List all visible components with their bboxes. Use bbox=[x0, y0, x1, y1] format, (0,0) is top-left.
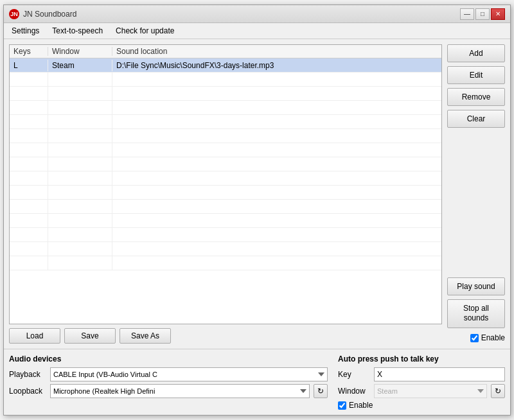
menubar: Settings Text-to-speech Check for update bbox=[4, 23, 510, 39]
edit-button[interactable]: Edit bbox=[447, 66, 505, 84]
close-button[interactable]: ✕ bbox=[491, 8, 505, 20]
maximize-button[interactable]: □ bbox=[475, 8, 490, 20]
empty-row bbox=[10, 101, 441, 115]
clear-button[interactable]: Clear bbox=[447, 110, 505, 128]
playback-row: Playback CABLE Input (VB-Audio Virtual C bbox=[9, 367, 328, 381]
sound-table: Keys Window Sound location L Steam D:\Fi… bbox=[9, 44, 442, 324]
key-label: Key bbox=[338, 370, 370, 379]
empty-row bbox=[10, 256, 441, 270]
table-buttons: Load Save Save As bbox=[9, 328, 442, 344]
key-row: Key bbox=[338, 367, 505, 381]
save-as-button[interactable]: Save As bbox=[120, 328, 171, 344]
empty-row bbox=[10, 157, 441, 171]
header-keys: Keys bbox=[10, 47, 48, 56]
title-bar: JN JN Soundboard — □ ✕ bbox=[4, 5, 510, 23]
key-input[interactable] bbox=[374, 367, 505, 381]
header-window: Window bbox=[48, 47, 112, 56]
empty-row bbox=[10, 214, 441, 228]
table-section: Keys Window Sound location L Steam D:\Fi… bbox=[9, 44, 442, 344]
loopback-refresh-button[interactable]: ↻ bbox=[314, 384, 328, 398]
auto-press-refresh-button[interactable]: ↻ bbox=[491, 384, 505, 398]
empty-row bbox=[10, 242, 441, 256]
loopback-row: Loopback Microphone (Realtek High Defini… bbox=[9, 384, 328, 398]
load-button[interactable]: Load bbox=[9, 328, 60, 344]
side-buttons: Add Edit Remove Clear Play sound Stop al… bbox=[447, 44, 505, 344]
enable-row: Enable bbox=[447, 332, 505, 344]
table-header: Keys Window Sound location bbox=[10, 45, 441, 58]
cell-keys: L bbox=[10, 60, 48, 71]
auto-press-enable-label: Enable bbox=[349, 401, 373, 410]
auto-press-window-select[interactable]: Steam bbox=[374, 384, 487, 398]
title-bar-left: JN JN Soundboard bbox=[9, 9, 76, 19]
window-title: JN Soundboard bbox=[23, 10, 76, 19]
remove-button[interactable]: Remove bbox=[447, 88, 505, 106]
minimize-button[interactable]: — bbox=[460, 8, 474, 20]
empty-row bbox=[10, 171, 441, 186]
cell-window: Steam bbox=[48, 60, 112, 71]
auto-press-title: Auto press push to talk key bbox=[338, 354, 505, 363]
empty-row bbox=[10, 228, 441, 242]
cell-sound-location: D:\File Sync\Music\SoundFX\3-days-later.… bbox=[112, 60, 441, 71]
playback-label: Playback bbox=[9, 370, 46, 379]
menu-text-to-speech[interactable]: Text-to-speech bbox=[47, 24, 108, 37]
main-content: Keys Window Sound location L Steam D:\Fi… bbox=[4, 39, 510, 349]
empty-row bbox=[10, 115, 441, 129]
playback-select[interactable]: CABLE Input (VB-Audio Virtual C bbox=[50, 367, 328, 381]
enable-checkbox[interactable] bbox=[470, 334, 479, 342]
auto-press-enable-checkbox[interactable] bbox=[338, 401, 346, 410]
empty-row bbox=[10, 87, 441, 101]
menu-check-update[interactable]: Check for update bbox=[111, 24, 179, 37]
add-button[interactable]: Add bbox=[447, 44, 505, 62]
empty-row bbox=[10, 73, 441, 87]
main-window: JN JN Soundboard — □ ✕ Settings Text-to-… bbox=[3, 4, 511, 416]
stop-all-sounds-button[interactable]: Stop all sounds bbox=[447, 299, 505, 328]
auto-press-enable-row: Enable bbox=[338, 401, 505, 410]
empty-row bbox=[10, 200, 441, 214]
empty-row bbox=[10, 186, 441, 200]
table-row[interactable]: L Steam D:\File Sync\Music\SoundFX\3-day… bbox=[10, 58, 441, 73]
enable-label: Enable bbox=[481, 333, 505, 342]
empty-row bbox=[10, 143, 441, 157]
empty-row bbox=[10, 129, 441, 143]
save-button[interactable]: Save bbox=[64, 328, 116, 344]
auto-press-window-row: Window Steam ↻ bbox=[338, 384, 505, 398]
title-bar-controls: — □ ✕ bbox=[460, 8, 505, 20]
play-sound-button[interactable]: Play sound bbox=[447, 277, 505, 295]
loopback-select[interactable]: Microphone (Realtek High Defini bbox=[50, 384, 310, 398]
audio-devices-panel: Audio devices Playback CABLE Input (VB-A… bbox=[9, 354, 328, 410]
loopback-label: Loopback bbox=[9, 387, 46, 396]
header-sound-location: Sound location bbox=[112, 47, 441, 56]
bottom-section: Audio devices Playback CABLE Input (VB-A… bbox=[4, 349, 510, 415]
app-icon: JN bbox=[9, 9, 19, 19]
auto-press-panel: Auto press push to talk key Key Window S… bbox=[338, 354, 505, 410]
auto-press-window-label: Window bbox=[338, 387, 370, 396]
menu-settings[interactable]: Settings bbox=[6, 24, 44, 37]
audio-devices-title: Audio devices bbox=[9, 354, 328, 363]
